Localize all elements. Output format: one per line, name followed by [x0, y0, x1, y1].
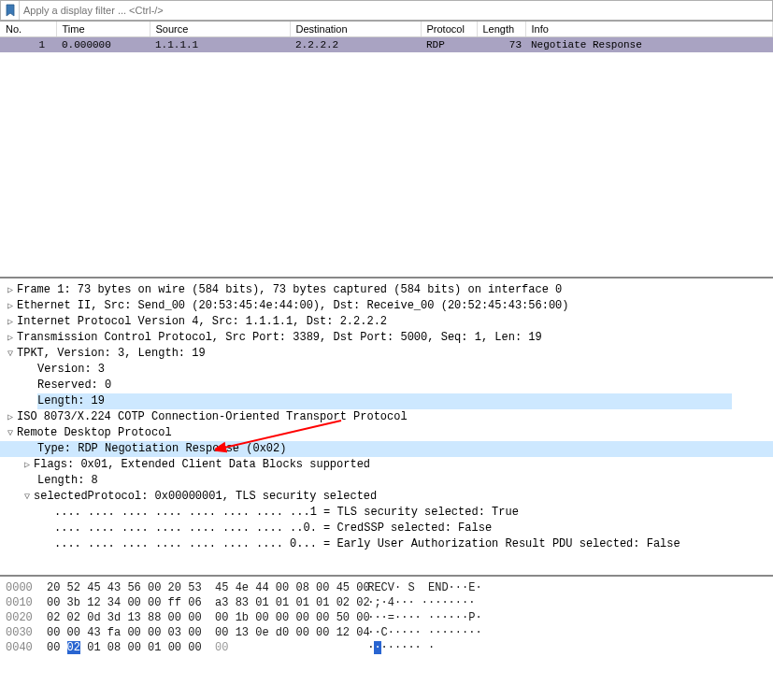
packet-table: No. Time Source Destination Protocol Len…	[0, 21, 773, 52]
hex-bytes: 20 52 45 43 56 00 20 53 45 4e 44 00 08 0…	[47, 580, 361, 595]
hex-ascii: ········ ·	[361, 640, 435, 655]
hex-row[interactable]: 001000 3b 12 34 00 00 ff 06 a3 83 01 01 …	[6, 595, 767, 610]
packet-list-empty-area[interactable]	[0, 52, 773, 277]
tree-label: .... .... .... .... .... .... .... 0... …	[54, 536, 680, 552]
cell-source: 1.1.1.1	[150, 37, 290, 53]
hex-bytes: 00 02 01 08 00 01 00 00 00	[47, 640, 361, 655]
tree-rdp-flags[interactable]: ▷Flags: 0x01, Extended Client Data Block…	[0, 457, 773, 473]
packet-details-pane: ▷Frame 1: 73 bytes on wire (584 bits), 7…	[0, 277, 773, 575]
hex-bytes: 00 3b 12 34 00 00 ff 06 a3 83 01 01 01 0…	[47, 595, 361, 610]
hex-ascii: ···=···· ······P·	[361, 610, 482, 625]
col-header-protocol[interactable]: Protocol	[421, 21, 477, 37]
tree-tpkt-length[interactable]: Length: 19	[0, 393, 773, 409]
chevron-right-icon: ▷	[21, 457, 34, 473]
tree-label: Internet Protocol Version 4, Src: 1.1.1.…	[17, 314, 387, 330]
col-header-source[interactable]: Source	[150, 21, 290, 37]
tree-rdp-selproto[interactable]: ▽selectedProtocol: 0x00000001, TLS secur…	[0, 489, 773, 505]
tree-rdp-sp-credssp[interactable]: .... .... .... .... .... .... .... ..0. …	[0, 521, 773, 536]
tree-cotp[interactable]: ▷ISO 8073/X.224 COTP Connection-Oriented…	[0, 409, 773, 425]
hex-highlight: 02	[67, 641, 80, 654]
tree-ethernet[interactable]: ▷Ethernet II, Src: Send_00 (20:53:45:4e:…	[0, 298, 773, 314]
chevron-down-icon: ▽	[4, 425, 17, 441]
tree-tpkt-reserved[interactable]: Reserved: 0	[0, 378, 773, 393]
cell-no: 1	[0, 37, 56, 53]
hex-offset: 0000	[6, 580, 47, 595]
tree-label: .... .... .... .... .... .... .... ...1 …	[54, 505, 519, 521]
bookmark-icon[interactable]	[1, 1, 20, 20]
packet-bytes-pane: 000020 52 45 43 56 00 20 53 45 4e 44 00 …	[0, 575, 773, 659]
tree-label: Reserved: 0	[37, 378, 111, 393]
chevron-right-icon: ▷	[4, 282, 17, 298]
tree-frame[interactable]: ▷Frame 1: 73 bytes on wire (584 bits), 7…	[0, 282, 773, 298]
hex-row[interactable]: 003000 00 43 fa 00 00 03 00 00 13 0e d0 …	[6, 625, 767, 640]
packet-row[interactable]: 1 0.000000 1.1.1.1 2.2.2.2 RDP 73 Negoti…	[0, 37, 773, 53]
chevron-down-icon: ▽	[4, 346, 17, 362]
tree-label: Ethernet II, Src: Send_00 (20:53:45:4e:4…	[17, 298, 569, 314]
chevron-right-icon: ▷	[4, 314, 17, 330]
hex-bytes: 02 02 0d 3d 13 88 00 00 00 1b 00 00 00 0…	[47, 610, 361, 625]
tree-label: selectedProtocol: 0x00000001, TLS securi…	[34, 489, 377, 505]
hex-offset: 0040	[6, 640, 47, 655]
tree-label: Transmission Control Protocol, Src Port:…	[17, 330, 542, 346]
tree-label: Remote Desktop Protocol	[17, 425, 172, 441]
tree-label: Frame 1: 73 bytes on wire (584 bits), 73…	[17, 282, 562, 298]
cell-destination: 2.2.2.2	[290, 37, 421, 53]
tree-rdp-type[interactable]: Type: RDP Negotiation Response (0x02)	[0, 441, 773, 457]
tree-label: Length: 19	[37, 393, 732, 409]
hex-ascii: RECV· S END···E·	[361, 580, 482, 595]
filter-bar	[0, 0, 773, 21]
cell-protocol: RDP	[421, 37, 477, 53]
col-header-length[interactable]: Length	[477, 21, 525, 37]
hex-ascii: ··C····· ········	[361, 625, 482, 640]
packet-list-pane: No. Time Source Destination Protocol Len…	[0, 21, 773, 277]
tree-rdp-sp-earlyauth[interactable]: .... .... .... .... .... .... .... 0... …	[0, 536, 773, 552]
chevron-right-icon: ▷	[4, 298, 17, 314]
packet-table-header: No. Time Source Destination Protocol Len…	[0, 21, 773, 37]
hex-row[interactable]: 002002 02 0d 3d 13 88 00 00 00 1b 00 00 …	[6, 610, 767, 625]
hex-offset: 0020	[6, 610, 47, 625]
tree-tpkt[interactable]: ▽TPKT, Version: 3, Length: 19	[0, 346, 773, 362]
tree-rdp-sp-tls[interactable]: .... .... .... .... .... .... .... ...1 …	[0, 505, 773, 521]
hex-row[interactable]: 000020 52 45 43 56 00 20 53 45 4e 44 00 …	[6, 580, 767, 595]
tree-rdp[interactable]: ▽Remote Desktop Protocol	[0, 425, 773, 441]
tree-tcp[interactable]: ▷Transmission Control Protocol, Src Port…	[0, 330, 773, 346]
hex-row[interactable]: 004000 02 01 08 00 01 00 00 00 ········ …	[6, 640, 767, 655]
hex-offset: 0030	[6, 625, 47, 640]
chevron-down-icon: ▽	[21, 489, 34, 505]
tree-label: Type: RDP Negotiation Response (0x02)	[37, 441, 286, 457]
col-header-destination[interactable]: Destination	[290, 21, 421, 37]
hex-bytes: 00 00 43 fa 00 00 03 00 00 13 0e d0 00 0…	[47, 625, 361, 640]
cell-time: 0.000000	[56, 37, 150, 53]
tree-ip[interactable]: ▷Internet Protocol Version 4, Src: 1.1.1…	[0, 314, 773, 330]
tree-label: ISO 8073/X.224 COTP Connection-Oriented …	[17, 409, 408, 425]
tree-label: Length: 8	[37, 473, 98, 489]
hex-offset: 0010	[6, 595, 47, 610]
display-filter-input[interactable]	[20, 1, 772, 20]
col-header-info[interactable]: Info	[525, 21, 773, 37]
tree-label: .... .... .... .... .... .... .... ..0. …	[54, 521, 492, 536]
tree-label: Flags: 0x01, Extended Client Data Blocks…	[34, 457, 370, 473]
tree-label: Version: 3	[37, 362, 105, 378]
cell-info: Negotiate Response	[525, 37, 773, 53]
tree-rdp-length[interactable]: Length: 8	[0, 473, 773, 489]
hex-ascii: ·;·4··· ········	[361, 595, 475, 610]
tree-tpkt-version[interactable]: Version: 3	[0, 362, 773, 378]
col-header-time[interactable]: Time	[56, 21, 150, 37]
cell-length: 73	[477, 37, 525, 53]
chevron-right-icon: ▷	[4, 330, 17, 346]
chevron-right-icon: ▷	[4, 409, 17, 425]
col-header-no[interactable]: No.	[0, 21, 56, 37]
tree-label: TPKT, Version: 3, Length: 19	[17, 346, 206, 362]
